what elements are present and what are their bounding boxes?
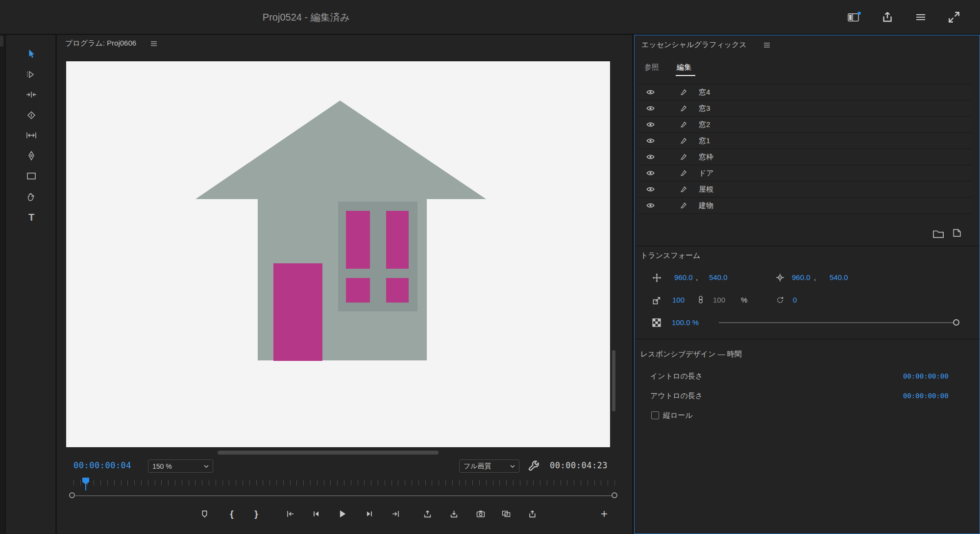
outro-duration-value[interactable]: 00:00:00:00 bbox=[903, 392, 944, 400]
layer-row[interactable]: 窓1 bbox=[638, 133, 972, 149]
type-tool[interactable]: T bbox=[23, 208, 40, 226]
program-monitor-panel: プログラム: Proj0606 00:00:00:04 150 % フル画質 bbox=[57, 35, 632, 534]
shape-layer-pen-icon bbox=[680, 186, 687, 193]
new-layer-icon[interactable] bbox=[952, 228, 962, 238]
track-select-forward-tool[interactable] bbox=[23, 66, 40, 83]
visibility-eye-icon[interactable] bbox=[646, 170, 655, 176]
lift-button[interactable] bbox=[419, 506, 435, 522]
active-tab-underline bbox=[676, 75, 695, 76]
house-graphic bbox=[66, 61, 610, 447]
scale-link-icon[interactable] bbox=[697, 296, 705, 304]
visibility-eye-icon[interactable] bbox=[646, 203, 655, 208]
layer-name: 窓3 bbox=[699, 104, 710, 113]
panel-menu-icon[interactable] bbox=[150, 40, 158, 47]
responsive-section-title: レスポンシブデザイン — 時間 bbox=[640, 350, 742, 359]
opacity-icon bbox=[652, 318, 662, 328]
visibility-eye-icon[interactable] bbox=[646, 154, 655, 160]
section-divider bbox=[635, 339, 980, 339]
mark-in-button[interactable]: { bbox=[224, 506, 240, 522]
mark-out-button[interactable]: } bbox=[248, 506, 264, 522]
shape-layer-pen-icon bbox=[680, 121, 687, 128]
layer-name: 窓2 bbox=[699, 120, 710, 129]
new-folder-icon[interactable] bbox=[932, 229, 944, 239]
layer-row[interactable]: 窓枠 bbox=[638, 149, 972, 165]
settings-wrench-icon[interactable] bbox=[528, 460, 540, 472]
export-frame-button[interactable] bbox=[473, 506, 489, 522]
step-forward-button[interactable] bbox=[362, 506, 377, 522]
title-bar: Proj0524 - 編集済み bbox=[0, 0, 980, 34]
tab-browse[interactable]: 参照 bbox=[644, 63, 659, 72]
razor-tool[interactable] bbox=[23, 106, 40, 124]
visibility-eye-icon[interactable] bbox=[646, 138, 655, 144]
scrubber-left-knob[interactable] bbox=[69, 492, 75, 498]
scrubber-track[interactable] bbox=[75, 495, 614, 496]
visibility-eye-icon[interactable] bbox=[646, 122, 655, 127]
playback-quality-dropdown[interactable]: フル画質 bbox=[459, 459, 519, 473]
tab-edit[interactable]: 編集 bbox=[677, 63, 691, 72]
rectangle-tool[interactable] bbox=[23, 167, 40, 185]
rotation-icon bbox=[775, 295, 785, 305]
shape-layer-pen-icon bbox=[680, 153, 687, 160]
extract-button[interactable] bbox=[446, 506, 462, 522]
house-window-pane-3 bbox=[346, 278, 370, 303]
layer-row[interactable]: 窓4 bbox=[638, 84, 972, 101]
layer-row[interactable]: ドア bbox=[638, 165, 972, 181]
comparison-view-button[interactable] bbox=[498, 506, 514, 522]
visibility-eye-icon[interactable] bbox=[646, 186, 655, 192]
anchor-y-value[interactable]: 540.0 bbox=[830, 273, 848, 281]
pen-tool[interactable] bbox=[23, 147, 40, 165]
essential-graphics-title: エッセンシャルグラフィックス bbox=[641, 40, 747, 50]
opacity-slider-knob[interactable] bbox=[953, 319, 959, 326]
timeline-ruler[interactable] bbox=[74, 480, 615, 485]
add-marker-button[interactable] bbox=[196, 506, 212, 522]
canvas-vertical-scrollbar[interactable] bbox=[612, 350, 615, 411]
window-title: Proj0524 - 編集済み bbox=[263, 10, 350, 24]
workspace-switcher-icon[interactable] bbox=[847, 10, 861, 25]
house-window-pane-1 bbox=[346, 211, 370, 269]
layer-name: 屋根 bbox=[699, 185, 713, 194]
position-separator: , bbox=[696, 273, 698, 281]
layer-row[interactable]: 建物 bbox=[638, 198, 972, 214]
panel-edge-notch bbox=[0, 36, 3, 47]
shape-layer-pen-icon bbox=[680, 202, 687, 209]
roll-checkbox-label: 縦ロール bbox=[663, 411, 693, 420]
opacity-value[interactable]: 100.0 % bbox=[672, 318, 699, 327]
play-button[interactable] bbox=[335, 506, 350, 522]
slip-tool[interactable] bbox=[23, 127, 40, 144]
button-editor-plus[interactable]: + bbox=[596, 506, 612, 522]
roll-checkbox[interactable] bbox=[651, 411, 659, 419]
layer-name: 建物 bbox=[699, 201, 713, 210]
layer-row[interactable]: 窓3 bbox=[638, 101, 972, 117]
anchor-x-value[interactable]: 960.0 bbox=[792, 273, 810, 281]
rotation-value[interactable]: 0 bbox=[793, 296, 797, 304]
position-y-value[interactable]: 540.0 bbox=[709, 273, 728, 281]
scrubber-right-knob[interactable] bbox=[612, 492, 617, 498]
canvas-horizontal-scrollbar[interactable] bbox=[218, 451, 439, 455]
step-back-button[interactable] bbox=[308, 506, 324, 522]
app-menu-icon[interactable] bbox=[913, 10, 928, 25]
playhead-line bbox=[85, 483, 86, 490]
visibility-eye-icon[interactable] bbox=[646, 105, 655, 111]
go-to-in-button[interactable] bbox=[283, 506, 298, 522]
layer-name: 窓4 bbox=[699, 88, 710, 97]
opacity-slider-track[interactable] bbox=[719, 322, 954, 323]
program-canvas[interactable] bbox=[66, 61, 610, 447]
visibility-eye-icon[interactable] bbox=[646, 89, 655, 95]
go-to-out-button[interactable] bbox=[388, 506, 403, 522]
layer-row[interactable]: 屋根 bbox=[638, 181, 972, 198]
layer-row[interactable]: 窓2 bbox=[638, 117, 972, 133]
export-button[interactable] bbox=[524, 506, 540, 522]
scale-x-value[interactable]: 100 bbox=[672, 296, 685, 304]
selection-tool[interactable] bbox=[23, 45, 40, 63]
scale-unit: % bbox=[741, 296, 747, 304]
ripple-edit-tool[interactable] bbox=[23, 86, 40, 103]
share-icon[interactable] bbox=[880, 10, 895, 25]
fullscreen-icon[interactable] bbox=[947, 10, 961, 25]
hand-tool[interactable] bbox=[23, 188, 40, 205]
scale-y-value[interactable]: 100 bbox=[713, 296, 725, 304]
panel-menu-icon[interactable] bbox=[763, 42, 771, 49]
position-x-value[interactable]: 960.0 bbox=[674, 273, 693, 281]
current-timecode[interactable]: 00:00:00:04 bbox=[74, 460, 131, 470]
intro-duration-value[interactable]: 00:00:00:00 bbox=[903, 372, 944, 380]
zoom-level-dropdown[interactable]: 150 % bbox=[148, 459, 213, 473]
